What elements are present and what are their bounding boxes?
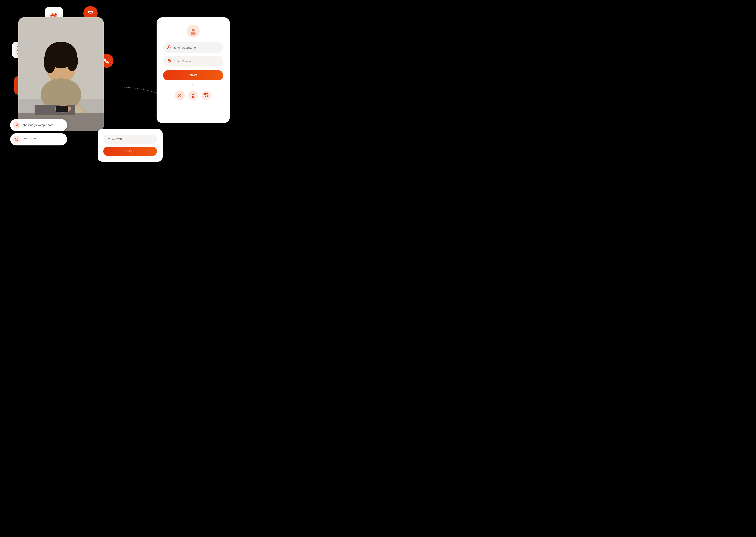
person-photo (18, 17, 104, 131)
email-cred-icon (13, 121, 20, 129)
email-icon (87, 10, 94, 16)
svg-point-29 (192, 29, 195, 31)
user-avatar-icon (189, 27, 197, 35)
email-credential-card: christina@example.com (10, 119, 67, 131)
svg-point-33 (169, 61, 170, 62)
password-field[interactable] (163, 56, 223, 66)
person-illustration (18, 17, 104, 131)
pass-cred-icon (13, 136, 20, 143)
password-input[interactable] (174, 60, 219, 63)
password-credential-card: ************** (10, 133, 67, 145)
photo-card (18, 17, 104, 131)
scene: Next or Login (10, 5, 234, 168)
svg-line-36 (16, 138, 18, 140)
or-divider: or (163, 83, 223, 86)
svg-point-30 (190, 32, 196, 35)
twitter-button[interactable] (175, 91, 185, 100)
social-icons-container (175, 91, 212, 100)
svg-point-22 (66, 51, 78, 71)
svg-rect-28 (56, 106, 68, 112)
login-button[interactable]: Login (103, 147, 157, 156)
username-icon (167, 45, 171, 50)
svg-point-31 (168, 46, 170, 47)
login-card: Next or (157, 17, 230, 123)
password-credential-text: ************** (23, 138, 38, 141)
facebook-button[interactable] (188, 91, 198, 100)
username-input[interactable] (174, 46, 219, 49)
phone-icon (103, 58, 110, 64)
svg-rect-1 (88, 12, 93, 15)
lock-icon (167, 59, 171, 64)
svg-point-21 (44, 51, 56, 73)
otp-input[interactable] (103, 135, 157, 144)
otp-card: Login (98, 129, 163, 162)
or-label: or (192, 83, 194, 86)
username-field[interactable] (163, 42, 223, 53)
google-button[interactable] (202, 91, 212, 100)
next-button[interactable]: Next (163, 70, 223, 80)
email-credential-text: christina@example.com (23, 123, 53, 127)
avatar (187, 24, 200, 38)
svg-point-34 (16, 124, 18, 125)
